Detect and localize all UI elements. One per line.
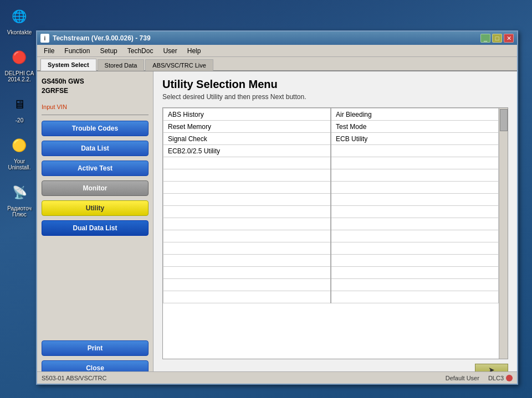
- table-cell-right[interactable]: Test Mode: [331, 121, 499, 133]
- vehicle-line1: GS450h GWS: [42, 77, 84, 85]
- table-cell-left[interactable]: ECB2.0/2.5 Utility: [163, 145, 331, 157]
- table-cell-left[interactable]: Signal Check: [163, 133, 331, 145]
- tab-system-select[interactable]: System Select: [40, 59, 96, 71]
- menu-setup[interactable]: Setup: [95, 46, 121, 56]
- table-cell-left[interactable]: ABS History: [163, 108, 331, 121]
- sidebar: GS450h GWS 2GRFSE Input VIN Trouble Code…: [37, 71, 154, 383]
- table-row[interactable]: [163, 206, 499, 218]
- menu-bar: File Function Setup TechDoc User Help: [37, 45, 517, 57]
- page-title: Utility Selection Menu: [162, 78, 508, 91]
- status-user: Default User: [446, 375, 479, 381]
- trouble-codes-btn[interactable]: Trouble Codes: [42, 121, 149, 136]
- delphi-label: DELPHI CA2014.2.2.: [5, 70, 34, 82]
- desktop: 🌐 Vkontakte 🔴 DELPHI CA2014.2.2. 🖥 -20 🟡…: [0, 0, 532, 398]
- content-area: GS450h GWS 2GRFSE Input VIN Trouble Code…: [37, 71, 517, 383]
- app-window: i Techstream (Ver.9.00.026) - 739 _ □ ✕ …: [36, 30, 518, 385]
- table-row[interactable]: [163, 194, 499, 206]
- dlc-status-dot: [506, 375, 513, 381]
- table-row[interactable]: [163, 230, 499, 242]
- maximize-button[interactable]: □: [492, 34, 502, 43]
- table-cell-right[interactable]: ECB Utility: [331, 133, 499, 145]
- page-subtitle: Select desired Utility and then press Ne…: [162, 93, 508, 101]
- desktop-icon-delphi[interactable]: 🔴 DELPHI CA2014.2.2.: [5, 46, 34, 82]
- scroll-thumb[interactable]: [500, 109, 508, 131]
- desktop-icon-vkontakte[interactable]: 🌐 Vkontakte: [7, 6, 32, 35]
- radio-label: РадиоточПлюс: [7, 205, 32, 218]
- sidebar-spacer: [42, 239, 149, 337]
- table-row[interactable]: [163, 169, 499, 182]
- active-test-btn[interactable]: Active Test: [42, 161, 149, 176]
- table-row[interactable]: [163, 279, 499, 291]
- vkontakte-label: Vkontakte: [7, 29, 32, 35]
- table-wrapper: ABS History Air Bleeding Reset Memory Te…: [163, 108, 508, 359]
- table-row[interactable]: [163, 157, 499, 169]
- vkontakte-icon: 🌐: [8, 6, 30, 28]
- tab-bar: System Select Stored Data ABS/VSC/TRC Li…: [37, 57, 517, 71]
- desktop-icon-list: 🌐 Vkontakte 🔴 DELPHI CA2014.2.2. 🖥 -20 🟡…: [0, 0, 39, 218]
- vehicle-info: GS450h GWS 2GRFSE: [42, 77, 149, 96]
- menu-user[interactable]: User: [158, 46, 181, 56]
- minimize-button[interactable]: _: [480, 34, 490, 43]
- uninstall-label: YourUninstall.: [8, 158, 30, 170]
- utility-table-container: ABS History Air Bleeding Reset Memory Te…: [162, 107, 508, 359]
- window-title: Techstream (Ver.9.00.026) - 739: [53, 34, 151, 42]
- menu-techdoc[interactable]: TechDoc: [123, 46, 158, 56]
- table-row[interactable]: Reset Memory Test Mode: [163, 121, 499, 133]
- scroll-track[interactable]: [499, 108, 508, 359]
- table-row[interactable]: [163, 255, 499, 267]
- print-btn[interactable]: Print: [42, 340, 149, 356]
- table-cell-right[interactable]: Air Bleeding: [331, 108, 499, 121]
- uninstall-icon: 🟡: [8, 135, 30, 157]
- close-window-button[interactable]: ✕: [504, 34, 514, 43]
- delphi-icon: 🔴: [8, 46, 30, 69]
- input-vin-label: Input VIN: [42, 104, 149, 110]
- table-row[interactable]: Signal Check ECB Utility: [163, 133, 499, 145]
- status-dlc: DLC3: [488, 375, 513, 381]
- radio-icon: 📡: [8, 182, 30, 204]
- desktop-icon-radio[interactable]: 📡 РадиоточПлюс: [7, 182, 32, 218]
- table-row[interactable]: ECB2.0/2.5 Utility: [163, 145, 499, 157]
- menu-file[interactable]: File: [39, 46, 59, 56]
- tab-stored-data[interactable]: Stored Data: [98, 59, 145, 71]
- status-right: Default User DLC3: [446, 375, 513, 381]
- table-row[interactable]: [163, 242, 499, 255]
- table-row[interactable]: [163, 218, 499, 230]
- monitor-desktop-icon: 🖥: [8, 94, 30, 116]
- data-list-btn[interactable]: Data List: [42, 141, 149, 156]
- desktop-icon-uninstall[interactable]: 🟡 YourUninstall.: [8, 135, 30, 170]
- main-panel: Utility Selection Menu Select desired Ut…: [154, 71, 517, 383]
- menu-function[interactable]: Function: [60, 46, 94, 56]
- tab-abs-vsc-trc[interactable]: ABS/VSC/TRC Live: [145, 59, 213, 71]
- menu-help[interactable]: Help: [183, 46, 206, 56]
- table-cell-right[interactable]: [331, 145, 499, 157]
- table-row[interactable]: ABS History Air Bleeding: [163, 108, 499, 121]
- title-bar: i Techstream (Ver.9.00.026) - 739 _ □ ✕: [37, 32, 517, 45]
- status-left: S503-01 ABS/VSC/TRC: [42, 375, 106, 381]
- monitor-btn[interactable]: Monitor: [42, 180, 149, 196]
- table-cell-left[interactable]: Reset Memory: [163, 121, 331, 133]
- desktop-icon-monitor[interactable]: 🖥 -20: [8, 94, 30, 123]
- utility-btn[interactable]: Utility: [42, 200, 149, 216]
- vehicle-line2: 2GRFSE: [42, 87, 68, 95]
- title-bar-controls: _ □ ✕: [480, 34, 514, 43]
- vin-divider: [42, 115, 149, 115]
- utility-table: ABS History Air Bleeding Reset Memory Te…: [163, 108, 499, 303]
- table-row[interactable]: [163, 291, 499, 303]
- dlc-label: DLC3: [488, 375, 504, 381]
- app-icon: i: [40, 34, 49, 43]
- dual-data-list-btn[interactable]: Dual Data List: [42, 220, 149, 236]
- table-row[interactable]: [163, 267, 499, 279]
- table-row[interactable]: [163, 182, 499, 194]
- table-scroll-area[interactable]: ABS History Air Bleeding Reset Memory Te…: [163, 108, 499, 359]
- status-bar: S503-01 ABS/VSC/TRC Default User DLC3: [37, 371, 517, 384]
- monitor-label: -20: [16, 117, 23, 123]
- title-bar-left: i Techstream (Ver.9.00.026) - 739: [40, 34, 151, 43]
